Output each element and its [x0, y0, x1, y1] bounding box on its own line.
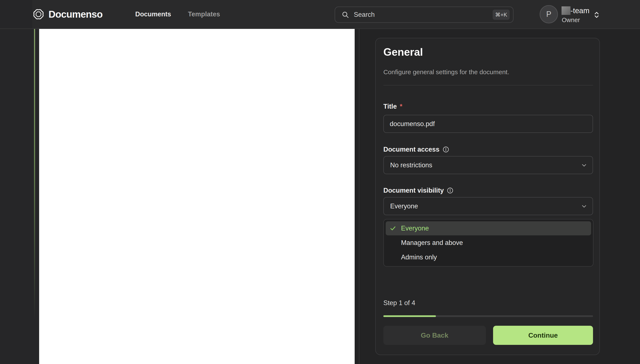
title-input[interactable]	[384, 115, 592, 132]
document-access-label-text: Document access	[383, 146, 440, 153]
documenso-seal-icon	[32, 8, 45, 20]
info-icon[interactable]	[442, 146, 449, 153]
progress-bar-fill	[383, 315, 436, 317]
account-menu[interactable]: P -team Owner	[540, 5, 610, 25]
go-back-button[interactable]: Go Back	[383, 326, 486, 345]
step-indicator: Step 1 of 4	[383, 299, 415, 307]
document-accent-border	[34, 29, 35, 320]
search-input[interactable]	[354, 11, 493, 18]
document-visibility-label: Document visibility	[383, 187, 454, 194]
title-input-wrap	[383, 115, 593, 133]
search-bar[interactable]: ⌘+K	[335, 6, 514, 23]
document-access-select[interactable]: No restrictions	[383, 156, 593, 174]
avatar[interactable]: P	[540, 5, 558, 24]
document-visibility-value: Everyone	[390, 202, 418, 210]
dropdown-option-admins[interactable]: Admins only	[386, 250, 591, 264]
title-field-label: Title *	[383, 103, 402, 110]
documenso-app: Documenso Documents Templates ⌘+K P -tea…	[0, 0, 640, 364]
document-access-label: Document access	[383, 146, 449, 153]
card-title: General	[383, 46, 423, 58]
dropdown-option-label: Admins only	[401, 254, 437, 261]
account-role: Owner	[562, 16, 580, 24]
nav-link-templates[interactable]: Templates	[188, 0, 220, 28]
visibility-dropdown-menu: Everyone Managers and above Admins only	[383, 219, 594, 266]
card-subtitle: Configure general settings for the docum…	[383, 68, 509, 76]
dropdown-option-managers[interactable]: Managers and above	[386, 236, 591, 250]
nav-link-documents[interactable]: Documents	[135, 0, 171, 28]
chevron-down-icon	[581, 203, 588, 210]
left-margin	[0, 29, 39, 364]
search-shortcut-badge: ⌘+K	[493, 10, 510, 20]
document-visibility-select[interactable]: Everyone	[383, 197, 593, 215]
document-access-value: No restrictions	[390, 162, 432, 169]
info-icon[interactable]	[447, 187, 454, 194]
chevron-down-icon	[581, 162, 588, 168]
required-asterisk: *	[400, 103, 402, 110]
check-icon	[390, 225, 396, 232]
card-divider	[383, 85, 593, 86]
navbar-left-shade	[0, 0, 32, 28]
chevrons-up-down-icon[interactable]	[593, 11, 600, 19]
team-name-suffix: -team	[570, 6, 590, 15]
pdf-document-page	[39, 29, 355, 364]
team-name-redacted	[562, 6, 570, 15]
brand-logo[interactable]: Documenso	[32, 0, 102, 28]
title-label-text: Title	[383, 103, 397, 110]
top-navbar: Documenso Documents Templates ⌘+K P -tea…	[0, 0, 640, 29]
search-icon	[342, 11, 349, 18]
document-visibility-label-text: Document visibility	[383, 187, 444, 194]
dropdown-option-label: Managers and above	[401, 239, 463, 247]
dropdown-option-label: Everyone	[401, 224, 429, 232]
brand-name: Documenso	[48, 8, 102, 20]
general-settings-card: General Configure general settings for t…	[375, 38, 600, 355]
progress-bar	[383, 315, 593, 317]
content-divider	[359, 29, 359, 364]
dropdown-option-everyone[interactable]: Everyone	[386, 221, 591, 235]
continue-button[interactable]: Continue	[493, 326, 593, 345]
